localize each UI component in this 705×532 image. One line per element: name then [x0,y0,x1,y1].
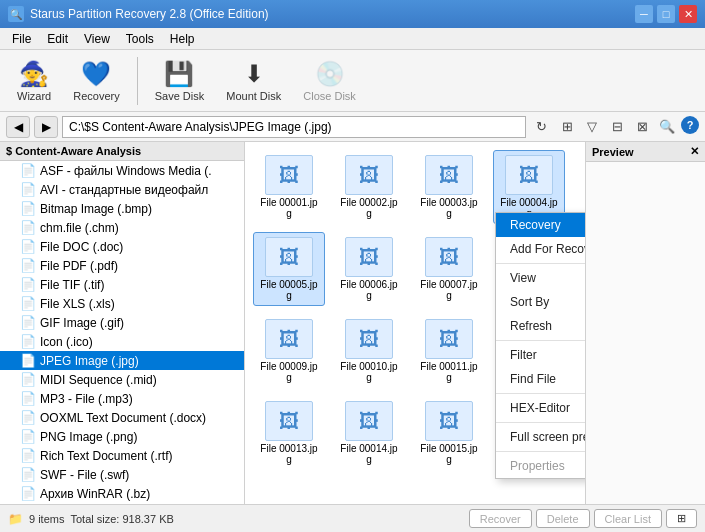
sidebar-item[interactable]: 📄MP3 - File (.mp3) [0,389,244,408]
sidebar-item[interactable]: 📄chm.file (.chm) [0,218,244,237]
menu-tools[interactable]: Tools [118,30,162,48]
address-input[interactable] [62,116,526,138]
context-menu-item-sort-by[interactable]: Sort By ▶ [496,290,585,314]
maximize-button[interactable]: □ [657,5,675,23]
sidebar: $ Content-Aware Analysis 📄ASF - файлы Wi… [0,142,245,504]
delete-button[interactable]: Delete [536,509,590,528]
file-item[interactable]: 🖼 File 00003.jpg [413,150,485,224]
sidebar-item[interactable]: 📄Icon (.ico) [0,332,244,351]
file-name: File 00007.jpg [418,279,480,301]
folder-icon: 📄 [20,258,36,273]
sidebar-item[interactable]: 📄File XLS (.xls) [0,294,244,313]
sidebar-item[interactable]: 📄OOXML Text Document (.docx) [0,408,244,427]
menu-view[interactable]: View [76,30,118,48]
sidebar-item[interactable]: 📄File DOC (.doc) [0,237,244,256]
context-menu-item-refresh[interactable]: Refresh [496,314,585,338]
file-thumbnail: 🖼 [425,401,473,441]
sidebar-item[interactable]: 📄JPEG Image (.jpg) [0,351,244,370]
sidebar-item[interactable]: 📄Rich Text Document (.rtf) [0,446,244,465]
back-button[interactable]: ◀ [6,116,30,138]
menu-help[interactable]: Help [162,30,203,48]
forward-button[interactable]: ▶ [34,116,58,138]
total-size: Total size: 918.37 KB [70,513,173,525]
context-menu-item-view[interactable]: View ▶ [496,266,585,290]
context-menu-label: HEX-Editor [510,401,570,415]
context-menu-separator [496,451,585,452]
save-disk-button[interactable]: 💾 Save Disk [146,54,214,108]
folder-icon: 📄 [20,315,36,330]
context-menu-label: View [510,271,536,285]
address-bar: ◀ ▶ ↻ ⊞ ▽ ⊟ ⊠ 🔍 ? [0,112,705,142]
context-menu-label: Sort By [510,295,549,309]
file-thumbnail: 🖼 [425,155,473,195]
file-item[interactable]: 🖼 File 00009.jpg [253,314,325,388]
folder-icon: 📄 [20,239,36,254]
sidebar-item[interactable]: 📄Bitmap Image (.bmp) [0,199,244,218]
folder-icon: 📄 [20,220,36,235]
sidebar-item[interactable]: 📄ASF - файлы Windows Media (. [0,161,244,180]
context-menu-item-add-for-recovery[interactable]: Add For Recovery [496,237,585,261]
sidebar-item[interactable]: 📄GIF Image (.gif) [0,313,244,332]
context-menu-label: Recovery [510,218,561,232]
preview-panel: Preview ✕ [585,142,705,504]
file-item[interactable]: 🖼 File 00001.jpg [253,150,325,224]
status-bar: 📁 9 items Total size: 918.37 KB Recover … [0,504,705,532]
view-icon-2[interactable]: ⊟ [606,116,628,138]
sidebar-item[interactable]: 📄SWF - File (.swf) [0,465,244,484]
toolbar: 🧙 Wizard 💙 Recovery 💾 Save Disk ⬇ Mount … [0,50,705,112]
filter-icon[interactable]: ▽ [581,116,603,138]
preview-close-icon[interactable]: ✕ [690,145,699,158]
sidebar-item[interactable]: 📄File PDF (.pdf) [0,256,244,275]
file-item[interactable]: 🖼 File 00013.jpg [253,396,325,470]
sidebar-item[interactable]: 📄Архив WinRAR (.bz) [0,484,244,503]
sidebar-item[interactable]: 📄File TIF (.tif) [0,275,244,294]
context-menu-label: Full screen preview [510,430,585,444]
file-item[interactable]: 🖼 File 00015.jpg [413,396,485,470]
file-item[interactable]: 🖼 File 00007.jpg [413,232,485,306]
recover-button[interactable]: Recover [469,509,532,528]
context-menu-separator [496,422,585,423]
help-icon[interactable]: ? [681,116,699,134]
file-thumbnail: 🖼 [265,155,313,195]
toolbar-separator-1 [137,57,138,105]
close-button[interactable]: ✕ [679,5,697,23]
file-thumbnail: 🖼 [345,319,393,359]
wizard-button[interactable]: 🧙 Wizard [8,54,60,108]
file-item[interactable]: 🖼 File 00006.jpg [333,232,405,306]
context-menu-item-filter[interactable]: Filter [496,343,585,367]
file-name: File 00014.jpg [338,443,400,465]
recovery-button[interactable]: 💙 Recovery [64,54,128,108]
folder-icon: 📄 [20,429,36,444]
file-item[interactable]: 🖼 File 00014.jpg [333,396,405,470]
clear-list-button[interactable]: Clear List [594,509,662,528]
sidebar-item[interactable]: 📄AVI - стандартные видеофайл [0,180,244,199]
file-item[interactable]: 🖼 File 00010.jpg [333,314,405,388]
view-icon-1[interactable]: ⊞ [556,116,578,138]
menu-file[interactable]: File [4,30,39,48]
folder-icon: 📄 [20,486,36,501]
minimize-button[interactable]: ─ [635,5,653,23]
menu-edit[interactable]: Edit [39,30,76,48]
folder-icon: 📄 [20,391,36,406]
sidebar-item[interactable]: 📄MIDI Sequence (.mid) [0,370,244,389]
file-item[interactable]: 🖼 File 00002.jpg [333,150,405,224]
context-menu-item-hex-editor[interactable]: HEX-Editor Ctrl+H [496,396,585,420]
context-menu: Recovery Ctrl+R Add For Recovery View ▶ … [495,212,585,479]
search-icon[interactable]: 🔍 [656,116,678,138]
file-item[interactable]: 🖼 File 00011.jpg [413,314,485,388]
mount-disk-button[interactable]: ⬇ Mount Disk [217,54,290,108]
file-item[interactable]: 🖼 File 00005.jpg [253,232,325,306]
view-icon-3[interactable]: ⊠ [631,116,653,138]
context-menu-item-full-screen[interactable]: Full screen preview Alt+Enter [496,425,585,449]
context-menu-item-find-file[interactable]: Find File Ctrl+F [496,367,585,391]
settings-icon-button[interactable]: ⊞ [666,509,697,528]
context-menu-separator [496,340,585,341]
context-menu-item-recovery[interactable]: Recovery Ctrl+R [496,213,585,237]
context-menu-label: Filter [510,348,537,362]
sidebar-tree: 📄ASF - файлы Windows Media (.📄AVI - стан… [0,161,244,503]
sidebar-item[interactable]: 📄PNG Image (.png) [0,427,244,446]
close-disk-button[interactable]: 💿 Close Disk [294,54,365,108]
context-menu-item-properties: Properties [496,454,585,478]
context-menu-label: Add For Recovery [510,242,585,256]
refresh-icon[interactable]: ↻ [530,116,552,138]
